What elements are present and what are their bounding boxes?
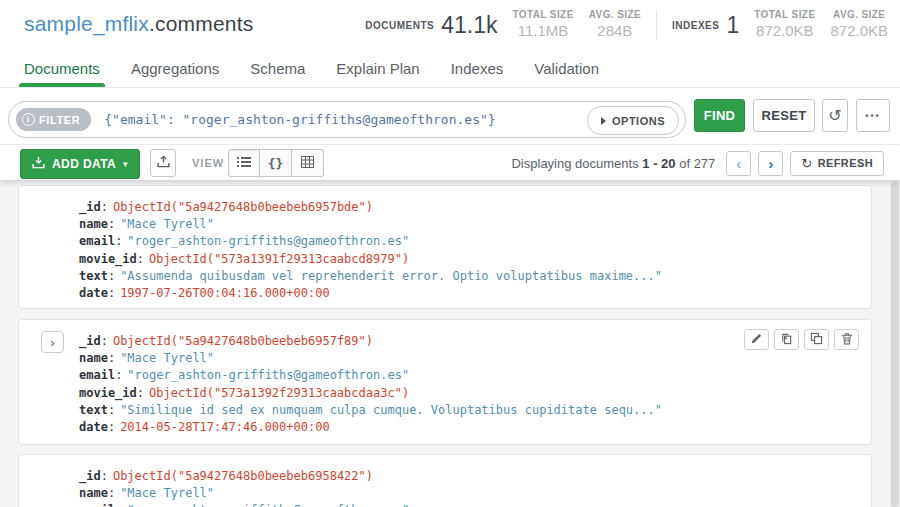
pagination-text: Displaying documents 1 - 20 of 277 (511, 156, 715, 171)
stat-documents: DOCUMENTS 41.1k (365, 12, 497, 39)
refresh-button[interactable]: ↻ REFRESH (790, 151, 884, 176)
field-key: email (79, 503, 115, 507)
add-data-button[interactable]: ADD DATA ▾ (20, 149, 140, 179)
document-field-row: date:2014-05-28T17:47:46.000+00:00 (79, 419, 871, 436)
table-view-icon (301, 154, 314, 172)
chevron-right-icon: › (50, 335, 54, 350)
prev-page-button[interactable]: ‹ (726, 151, 751, 176)
pagination-range: 1 - 20 (642, 156, 675, 171)
find-button[interactable]: FIND (694, 99, 745, 132)
document-card[interactable]: _id:ObjectId("5a9427648b0beebeb6958422")… (18, 454, 872, 507)
collection-tab-bar: DocumentsAggregationsSchemaExplain PlanI… (0, 50, 900, 88)
field-value: ObjectId("5a9427648b0beebeb6957f89") (113, 334, 373, 348)
filter-query-text[interactable]: {"email": "roger_ashton-griffiths@gameof… (104, 112, 495, 127)
document-field-row: email:"roger_ashton-griffiths@gameofthro… (79, 502, 871, 507)
collection-header: sample_mflix.comments DOCUMENTS 41.1k TO… (0, 0, 900, 50)
filter-input[interactable]: i FILTER {"email": "roger_ashton-griffit… (8, 101, 686, 138)
more-options-button[interactable]: ••• (856, 99, 890, 132)
tab-documents[interactable]: Documents (24, 50, 100, 87)
document-field-row: movie_id:ObjectId("573a1392f29313caabcda… (79, 385, 871, 402)
tab-validation[interactable]: Validation (534, 50, 599, 87)
json-view-button[interactable]: {} (260, 149, 292, 177)
field-key: movie_id (79, 252, 137, 266)
field-key: name (79, 351, 108, 365)
pagination: Displaying documents 1 - 20 of 277 ‹ › ↻… (511, 149, 884, 177)
field-key: _id (79, 469, 101, 483)
chevron-right-icon: › (768, 155, 773, 172)
collection-stats: DOCUMENTS 41.1k TOTAL SIZE 11.1MB AVG. S… (365, 0, 888, 50)
document-field-row: date:1997-07-26T00:04:16.000+00:00 (79, 285, 871, 302)
document-actions (744, 329, 859, 350)
scrollbar-track[interactable] (890, 180, 900, 507)
field-key: date (79, 420, 108, 434)
scrollbar-thumb[interactable] (891, 182, 899, 507)
document-field-row: movie_id:ObjectId("573a1391f29313caabcd8… (79, 251, 871, 268)
table-view-button[interactable] (292, 149, 324, 177)
document-list: _id:ObjectId("5a9427648b0beebeb6957bde")… (0, 180, 900, 507)
delete-document-button[interactable] (834, 329, 859, 350)
copy-icon (780, 332, 793, 348)
document-field-row: name:"Mace Tyrell" (79, 485, 871, 502)
query-history-button[interactable]: ↺ (822, 99, 848, 132)
field-value: "Mace Tyrell" (120, 486, 214, 500)
copy-document-button[interactable] (774, 329, 799, 350)
field-value: ObjectId("573a1391f29313caabcd8979") (149, 252, 409, 266)
clone-icon (810, 332, 823, 348)
collection-name: .comments (149, 12, 254, 35)
tab-explain-plan[interactable]: Explain Plan (336, 50, 419, 87)
document-field-row: text:"Assumenda quibusdam vel reprehende… (79, 268, 871, 285)
list-view-icon (237, 154, 251, 172)
stat-doc-total-size: TOTAL SIZE 11.1MB (512, 9, 573, 40)
field-value: "Similique id sed ex numquam culpa cumqu… (120, 403, 662, 417)
document-field-row: text:"Similique id sed ex numquam culpa … (79, 402, 871, 419)
refresh-icon: ↻ (801, 156, 812, 171)
options-triangle-icon (601, 117, 606, 125)
view-switcher: {} (228, 149, 324, 177)
expand-document-button[interactable]: › (41, 331, 64, 353)
reset-button[interactable]: RESET (753, 99, 815, 132)
list-view-button[interactable] (228, 149, 260, 177)
stat-doc-avg-size: AVG. SIZE 284B (589, 9, 641, 40)
next-page-button[interactable]: › (758, 151, 783, 176)
tab-aggregations[interactable]: Aggregations (131, 50, 219, 87)
field-key: text (79, 403, 108, 417)
field-value: 1997-07-26T00:04:16.000+00:00 (120, 286, 330, 300)
document-card[interactable]: _id:ObjectId("5a9427648b0beebeb6957bde")… (18, 185, 872, 309)
info-icon[interactable]: i (22, 113, 35, 126)
chevron-left-icon: ‹ (736, 155, 741, 172)
tab-schema[interactable]: Schema (250, 50, 305, 87)
document-fields: _id:ObjectId("5a9427648b0beebeb6958422")… (19, 455, 871, 507)
field-key: name (79, 486, 108, 500)
stat-idx-total-size: TOTAL SIZE 872.0KB (754, 9, 815, 40)
document-field-row: email:"roger_ashton-griffiths@gameofthro… (79, 367, 871, 384)
field-key: email (79, 368, 115, 382)
filter-badge-label: FILTER (39, 114, 80, 126)
field-key: _id (79, 334, 101, 348)
edit-document-button[interactable] (744, 329, 769, 350)
document-card[interactable]: ›_id:ObjectId("5a9427648b0beebeb6957f89"… (18, 319, 872, 445)
field-key: _id (79, 200, 101, 214)
filter-badge[interactable]: i FILTER (16, 108, 91, 131)
field-key: date (79, 286, 108, 300)
chevron-down-icon: ▾ (123, 159, 128, 169)
documents-toolbar: ADD DATA ▾ VIEW {} (0, 145, 900, 180)
document-field-row: _id:ObjectId("5a9427648b0beebeb6957bde") (79, 199, 871, 216)
clone-document-button[interactable] (804, 329, 829, 350)
field-key: email (79, 234, 115, 248)
stats-divider (656, 10, 657, 40)
document-field-row: name:"Mace Tyrell" (79, 350, 871, 367)
history-icon: ↺ (828, 106, 841, 125)
tab-indexes[interactable]: Indexes (451, 50, 504, 87)
braces-icon: {} (268, 156, 284, 171)
field-value: "roger_ashton-griffiths@gameofthron.es" (127, 368, 409, 382)
ellipsis-icon: ••• (865, 111, 880, 121)
query-bar: i FILTER {"email": "roger_ashton-griffit… (0, 88, 900, 145)
field-value: ObjectId("5a9427648b0beebeb6957bde") (113, 200, 373, 214)
view-label: VIEW (192, 157, 224, 169)
export-collection-button[interactable] (150, 149, 176, 177)
field-value: "roger_ashton-griffiths@gameofthron.es" (127, 234, 409, 248)
import-tray-icon (32, 156, 45, 172)
database-name: sample_mflix (24, 12, 149, 35)
stat-indexes: INDEXES 1 (672, 12, 739, 39)
options-button[interactable]: OPTIONS (587, 106, 679, 135)
